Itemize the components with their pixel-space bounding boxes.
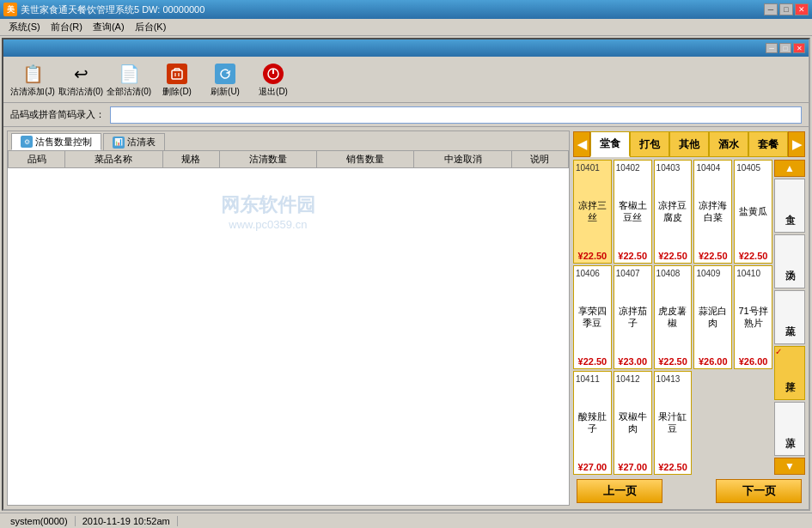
food-name-10413: 果汁缸豆 (656, 411, 690, 434)
bottom-nav: 上一页 下一页 (573, 476, 805, 506)
data-table-container: 品码 菜品名称 规格 沽清数量 销售数量 中途取消 说明 (8, 150, 569, 505)
food-item-10409[interactable]: 10409 蒜泥白肉 ¥26.00 (693, 265, 732, 369)
food-item-10403[interactable]: 10403 凉拌豆腐皮 ¥22.50 (654, 160, 693, 264)
add-clear-icon: 📋 (22, 64, 43, 84)
app-title: 美世家食通天餐饮管理系统5 DW: 00000000 (21, 3, 764, 16)
menu-backend[interactable]: 后台(K) (130, 19, 172, 35)
tab-sales-control[interactable]: ⚙ 沽售数量控制 (11, 133, 101, 150)
cat-tab-3[interactable]: 酒水 (709, 131, 748, 157)
food-price-10412: ¥27.00 (618, 462, 647, 472)
food-item-10410[interactable]: 10410 71号拌熟片 ¥26.00 (734, 265, 772, 369)
cat-left-arrow-btn[interactable]: ◀ (573, 131, 590, 157)
sub-close-btn[interactable]: ✕ (793, 43, 805, 53)
cancel-clear-icon: ↩ (70, 64, 91, 84)
side-cat-4[interactable]: 凉菜 (774, 402, 805, 456)
delete-btn[interactable]: 删除(D) (155, 62, 199, 100)
cat-tab-2[interactable]: 其他 (669, 131, 709, 157)
cancel-clear-btn[interactable]: ↩ 取消沽清(0) (58, 62, 103, 100)
food-item-10401[interactable]: 10401 凉拌三丝 ¥22.50 (573, 160, 612, 264)
food-price-10404: ¥22.50 (699, 251, 728, 261)
tab-clear-icon: 📊 (113, 137, 125, 149)
food-code-10405: 10405 (736, 163, 760, 173)
food-item-10411[interactable]: 10411 酸辣肚子 ¥27.00 (573, 371, 612, 475)
food-price-10403: ¥22.50 (658, 251, 687, 261)
cat-tab-4[interactable]: 套餐 (748, 131, 788, 157)
col-cancel: 中途取消 (414, 151, 511, 168)
status-bar: system(0000) 2010-11-19 10:52am (0, 513, 812, 528)
food-code-10402: 10402 (616, 163, 640, 173)
food-name-10412: 双椒牛肉 (616, 411, 650, 434)
food-grid: 10401 凉拌三丝 ¥22.50 10402 客椒土豆丝 ¥22.50 104… (573, 160, 772, 475)
sub-minimize-btn[interactable]: ─ (766, 43, 778, 53)
exit-btn[interactable]: 退出(D) (251, 62, 296, 100)
window-controls: ─ □ ✕ (764, 3, 809, 15)
svg-rect-0 (172, 70, 182, 79)
food-code-10406: 10406 (576, 269, 600, 278)
tab-clear-table[interactable]: 📊 沽清表 (103, 133, 165, 150)
food-name-10404: 凉拌海白菜 (696, 200, 730, 222)
search-input[interactable] (110, 106, 802, 124)
search-bar: 品码或拼音简码录入： (3, 103, 809, 127)
menu-query[interactable]: 查询(A) (88, 19, 130, 35)
status-datetime: 2010-11-19 10:52am (76, 516, 178, 526)
close-btn[interactable]: ✕ (795, 3, 809, 15)
food-code-10409: 10409 (696, 269, 720, 278)
all-clear-btn[interactable]: 📄 全部沽清(0) (107, 62, 151, 100)
food-item-10412[interactable]: 10412 双椒牛肉 ¥27.00 (614, 371, 652, 475)
col-clear-qty: 沽清数量 (219, 151, 316, 168)
side-cat-check-3: ✓ (775, 347, 782, 356)
tab-bar: ⚙ 沽售数量控制 📊 沽清表 (8, 131, 569, 150)
cat-tab-1[interactable]: 打包 (630, 131, 669, 157)
food-price-10405: ¥22.50 (739, 251, 768, 261)
side-cat-2[interactable]: 蔬菜 (774, 290, 805, 344)
col-sales-qty: 销售数量 (317, 151, 414, 168)
side-categories: ▲主食汤类蔬菜✓拌菜凉菜▼ (774, 160, 805, 475)
food-name-10401: 凉拌三丝 (576, 200, 609, 222)
food-item-10413[interactable]: 10413 果汁缸豆 ¥22.50 (654, 371, 693, 475)
delete-icon (167, 64, 187, 84)
food-item-10406[interactable]: 10406 享荣四季豆 ¥22.50 (573, 265, 612, 369)
food-item-10405[interactable]: 10405 盐黄瓜 ¥22.50 (734, 160, 772, 264)
app-icon: 美 (3, 3, 17, 16)
side-cat-0[interactable]: 主食 (774, 179, 805, 233)
prev-page-btn[interactable]: 上一页 (577, 479, 662, 503)
menu-bar: 系统(S) 前台(R) 查询(A) 后台(K) (0, 19, 812, 36)
food-price-10402: ¥22.50 (618, 251, 647, 261)
food-price-10407: ¥23.00 (618, 356, 647, 367)
side-cats-down-btn[interactable]: ▼ (774, 458, 805, 475)
food-name-10406: 享荣四季豆 (576, 306, 609, 328)
side-cats-up-btn[interactable]: ▲ (774, 160, 805, 177)
cat-tab-0[interactable]: 堂食 (590, 131, 630, 157)
food-name-10410: 71号拌熟片 (736, 306, 770, 328)
search-label: 品码或拼音简码录入： (10, 108, 105, 121)
menu-frontend[interactable]: 前台(R) (46, 19, 88, 35)
food-code-10413: 10413 (656, 374, 681, 384)
menu-system[interactable]: 系统(S) (3, 19, 46, 35)
food-price-10410: ¥26.00 (739, 356, 768, 367)
add-clear-btn[interactable]: 📋 沽清添加(J) (10, 62, 55, 100)
food-name-10405: 盐黄瓜 (739, 206, 767, 217)
side-cat-1[interactable]: 汤类 (774, 234, 805, 288)
food-name-10407: 凉拌茄子 (616, 306, 650, 328)
minimize-btn[interactable]: ─ (764, 3, 778, 15)
category-tabs-top: ◀ 堂食打包其他酒水套餐 ▶ (573, 130, 805, 158)
left-panel: ⚙ 沽售数量控制 📊 沽清表 品码 菜品名称 (7, 130, 570, 506)
next-page-btn[interactable]: 下一页 (716, 479, 802, 503)
food-price-10413: ¥22.50 (658, 462, 687, 472)
maximize-btn[interactable]: □ (779, 3, 793, 15)
food-code-10412: 10412 (616, 374, 640, 384)
food-code-10410: 10410 (736, 269, 760, 278)
refresh-icon (215, 64, 235, 84)
food-item-10404[interactable]: 10404 凉拌海白菜 ¥22.50 (693, 160, 732, 264)
toolbar: 📋 沽清添加(J) ↩ 取消沽清(0) 📄 全部沽清(0) 删除(D) (3, 58, 809, 103)
food-item-10407[interactable]: 10407 凉拌茄子 ¥23.00 (614, 265, 652, 369)
food-price-10408: ¥22.50 (658, 356, 687, 367)
category-tabs: 堂食打包其他酒水套餐 (590, 131, 788, 157)
food-item-10408[interactable]: 10408 虎皮薯椒 ¥22.50 (654, 265, 693, 369)
food-item-10402[interactable]: 10402 客椒土豆丝 ¥22.50 (614, 160, 652, 264)
sub-maximize-btn[interactable]: □ (779, 43, 791, 53)
food-name-10402: 客椒土豆丝 (616, 200, 650, 222)
cat-right-arrow-btn[interactable]: ▶ (788, 131, 805, 157)
all-clear-icon: 📄 (119, 64, 139, 84)
refresh-btn[interactable]: 刷新(U) (203, 62, 247, 100)
